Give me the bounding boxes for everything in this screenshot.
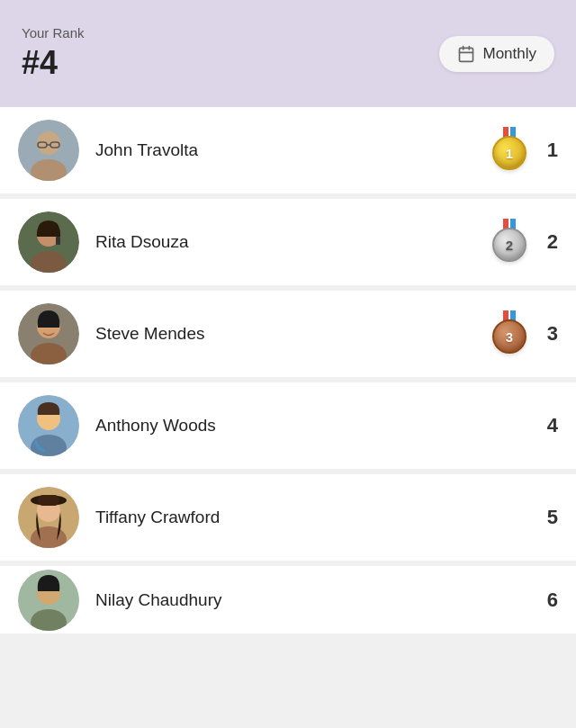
person-name: Anthony Woods [95,416,536,436]
person-name: Tiffany Crawford [95,508,536,527]
avatar [18,570,79,631]
rank-number: 6 [536,589,558,612]
rank-number: 4 [536,414,558,437]
rank-label: Your Rank [22,25,85,40]
list-item[interactable]: Rita Dsouza 2 2 [0,199,576,285]
rank-display: Your Rank #4 [22,25,85,82]
avatar [18,487,79,548]
monthly-filter-button[interactable]: Monthly [439,36,554,72]
svg-rect-0 [460,48,473,61]
avatar [18,303,79,364]
svg-rect-24 [38,495,59,506]
svg-point-5 [37,131,60,155]
rank-number: 3 [536,322,558,346]
list-item[interactable]: Anthony Woods 4 [0,382,576,469]
list-item[interactable]: Steve Mendes 3 3 [0,291,576,377]
person-name: Rita Dsouza [95,232,490,252]
gold-medal: 1 [490,127,529,174]
rank-number: 2 [536,230,558,254]
person-name: Nilay Chaudhury [95,590,536,610]
rank-right: 4 [536,414,558,437]
rank-number: 5 [536,506,558,529]
rank-value: #4 [22,44,85,82]
list-item[interactable]: Tiffany Crawford 5 [0,474,576,561]
header-section: Your Rank #4 Monthly [0,0,576,107]
person-name: Steve Mendes [95,324,490,344]
rank-number: 1 [536,139,558,162]
rank-right: 6 [536,589,558,612]
monthly-label: Monthly [482,45,536,63]
avatar [18,120,79,181]
list-item[interactable]: John Travolta 1 1 [0,107,576,193]
leaderboard-list: John Travolta 1 1 [0,107,576,634]
avatar [18,211,79,273]
medal-area: 2 2 [490,219,558,265]
svg-rect-13 [56,237,60,245]
calendar-icon [457,45,475,63]
list-item[interactable]: Nilay Chaudhury 6 [0,566,576,634]
medal-area: 3 3 [490,310,558,357]
silver-medal: 2 [490,219,529,265]
medal-area: 1 1 [490,127,558,174]
avatar [18,395,79,456]
rank-right: 5 [536,506,558,529]
bronze-medal: 3 [490,310,529,357]
person-name: John Travolta [95,140,490,160]
